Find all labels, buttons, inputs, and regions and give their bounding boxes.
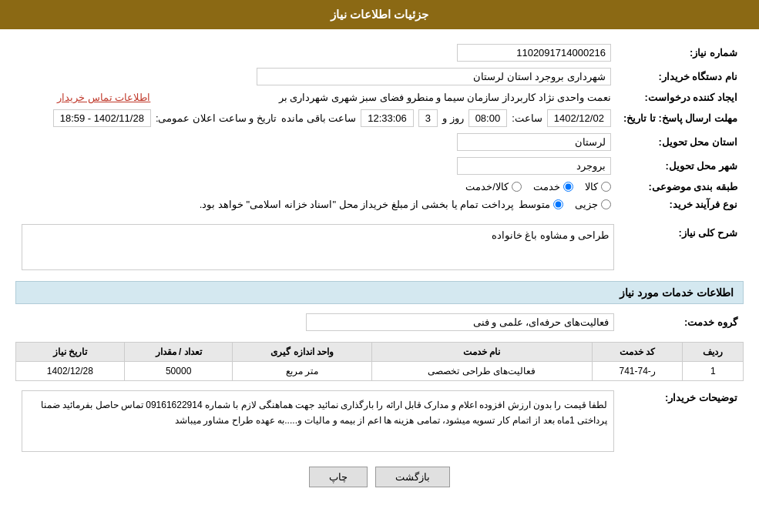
services-table-head: ردیف کد خدمت نام خدمت واحد اندازه گیری ت… xyxy=(16,343,744,362)
cell-code-0: ر-74-741 xyxy=(592,362,683,381)
description-row: شرح کلی نیاز: طراحی و مشاوه باغ خانواده xyxy=(15,221,744,273)
need-number-input: 1102091714000216 xyxy=(457,44,611,62)
province-row: استان محل تحویل: لرستان xyxy=(15,130,744,154)
city-row: شهر محل تحویل: بروجرد xyxy=(15,154,744,178)
notes-label: توضیحات خریدار: xyxy=(620,387,744,455)
deadline-date: 1402/12/02 xyxy=(547,109,611,127)
city-label: شهر محل تحویل: xyxy=(617,154,744,178)
purchase-radio-jozi[interactable] xyxy=(601,199,611,209)
deadline-time: 08:00 xyxy=(468,109,508,127)
creator-label: ایجاد کننده درخواست: xyxy=(617,89,744,106)
province-input: لرستان xyxy=(457,133,611,151)
cell-qty-0: 50000 xyxy=(124,362,233,381)
category-radio-group: کالا خدمت کالا/خدمت xyxy=(22,181,611,192)
category-row: طبقه بندی موضوعی: کالا خدمت xyxy=(15,178,744,196)
button-row: بازگشت چاپ xyxy=(15,467,744,499)
deadline-label: مهلت ارسال پاسخ: تا تاریخ: xyxy=(617,106,744,130)
purchase-radio-motavaset[interactable] xyxy=(553,199,563,209)
notes-row: توضیحات خریدار: لطفا قیمت را بدون ارزش ا… xyxy=(15,387,744,455)
col-header-name: نام خدمت xyxy=(371,343,592,362)
category-label-kala-khedmat: کالا/خدمت xyxy=(465,181,509,192)
purchase-note: پرداخت تمام یا بخشی از مبلغ خریداز محل "… xyxy=(200,199,514,210)
cell-date-0: 1402/12/28 xyxy=(16,362,125,381)
city-input: بروجرد xyxy=(457,157,611,175)
services-data-table: ردیف کد خدمت نام خدمت واحد اندازه گیری ت… xyxy=(15,342,744,381)
need-number-row: شماره نیاز: 1102091714000216 xyxy=(15,41,744,65)
notes-table: توضیحات خریدار: لطفا قیمت را بدون ارزش ا… xyxy=(15,387,744,455)
deadline-row-content: 1402/12/02 ساعت: 08:00 روز و 3 12:33:06 … xyxy=(22,109,611,127)
category-option-khedmat: خدمت xyxy=(533,181,573,192)
description-label: شرح کلی نیاز: xyxy=(620,221,744,273)
purchase-option-jozi: جزیی xyxy=(575,199,611,210)
print-button[interactable]: چاپ xyxy=(309,467,368,487)
table-row: 1 ر-74-741 فعالیت‌های طراحی تخصصی متر مر… xyxy=(16,362,744,381)
services-header-row: ردیف کد خدمت نام خدمت واحد اندازه گیری ت… xyxy=(16,343,744,362)
service-group-row: گروه خدمت: فعالیت‌های حرفه‌ای، علمی و فن… xyxy=(15,310,744,334)
need-number-value: 1102091714000216 xyxy=(189,41,617,65)
services-section-header: اطلاعات خدمات مورد نیاز xyxy=(15,281,744,304)
description-value: طراحی و مشاوه باغ خانواده xyxy=(492,229,609,241)
service-group-label: گروه خدمت: xyxy=(620,310,744,334)
purchase-type-content: جزیی متوسط پرداخت تمام یا بخشی از مبلغ خ… xyxy=(22,199,611,210)
creator-value: نعمت واحدی نژاد کاربرداز سازمان سیما و م… xyxy=(279,92,611,103)
col-header-unit: واحد اندازه گیری xyxy=(233,343,371,362)
description-table: شرح کلی نیاز: طراحی و مشاوه باغ خانواده xyxy=(15,221,744,273)
deadline-row: مهلت ارسال پاسخ: تا تاریخ: 1402/12/02 سا… xyxy=(15,106,744,130)
purchase-radio-group: جزیی متوسط xyxy=(519,199,611,210)
category-label-kala: کالا xyxy=(585,181,598,192)
purchase-type-row: نوع فرآیند خرید: جزیی متوسط xyxy=(15,196,744,213)
category-radio-kala-khedmat[interactable] xyxy=(512,182,522,192)
col-header-row: ردیف xyxy=(683,343,744,362)
deadline-days-label: روز و xyxy=(442,112,464,124)
cell-unit-0: متر مربع xyxy=(233,362,371,381)
purchase-type-label: نوع فرآیند خرید: xyxy=(617,196,744,213)
need-number-label: شماره نیاز: xyxy=(617,41,744,65)
category-option-kala: کالا xyxy=(585,181,611,192)
creator-row: ایجاد کننده درخواست: نعمت واحدی نژاد کار… xyxy=(15,89,744,106)
service-group-input: فعالیت‌های حرفه‌ای، علمی و فنی xyxy=(306,313,614,331)
page-header: جزئیات اطلاعات نیاز xyxy=(0,0,759,29)
page-container: جزئیات اطلاعات نیاز شماره نیاز: 11020917… xyxy=(0,0,759,532)
info-table: شماره نیاز: 1102091714000216 نام دستگاه … xyxy=(15,41,744,213)
purchase-option-motavaset: متوسط xyxy=(519,199,563,210)
category-label: طبقه بندی موضوعی: xyxy=(617,178,744,196)
col-header-code: کد خدمت xyxy=(592,343,683,362)
deadline-time-label: ساعت: xyxy=(512,112,542,124)
announcement-value: 1402/11/28 - 18:59 xyxy=(53,109,151,127)
deadline-days: 3 xyxy=(418,109,438,127)
back-button[interactable]: بازگشت xyxy=(375,467,450,487)
content-area: شماره نیاز: 1102091714000216 نام دستگاه … xyxy=(0,29,759,510)
province-label: استان محل تحویل: xyxy=(617,130,744,154)
announcement-label: تاریخ و ساعت اعلان عمومی: xyxy=(156,112,277,124)
col-header-qty: تعداد / مقدار xyxy=(124,343,233,362)
notes-value: لطفا قیمت را بدون ارزش افزوده اعلام و مد… xyxy=(41,400,607,426)
buyer-org-label: نام دستگاه خریدار: xyxy=(617,65,744,89)
notes-box: لطفا قیمت را بدون ارزش افزوده اعلام و مد… xyxy=(22,390,614,452)
purchase-label-motavaset: متوسط xyxy=(519,199,550,210)
buyer-org-row: نام دستگاه خریدار: شهرداری بروجرد استان … xyxy=(15,65,744,89)
col-header-date: تاریخ نیاز xyxy=(16,343,125,362)
category-option-kala-khedmat: کالا/خدمت xyxy=(465,181,522,192)
category-radio-kala[interactable] xyxy=(601,182,611,192)
purchase-label-jozi: جزیی xyxy=(575,199,598,210)
cell-row-0: 1 xyxy=(683,362,744,381)
services-table-body: 1 ر-74-741 فعالیت‌های طراحی تخصصی متر مر… xyxy=(16,362,744,381)
deadline-remaining-label: ساعت باقی مانده xyxy=(281,112,356,124)
creator-contact-link[interactable]: اطلاعات تماس خریدار xyxy=(57,92,150,103)
cell-name-0: فعالیت‌های طراحی تخصصی xyxy=(371,362,592,381)
page-title: جزئیات اطلاعات نیاز xyxy=(331,8,428,21)
category-label-khedmat: خدمت xyxy=(533,181,560,192)
service-group-table: گروه خدمت: فعالیت‌های حرفه‌ای، علمی و فن… xyxy=(15,310,744,334)
buyer-org-input: شهرداری بروجرد استان لرستان xyxy=(257,68,611,85)
deadline-remaining: 12:33:06 xyxy=(361,109,414,127)
category-radio-khedmat[interactable] xyxy=(563,182,573,192)
description-box: طراحی و مشاوه باغ خانواده xyxy=(22,224,614,270)
